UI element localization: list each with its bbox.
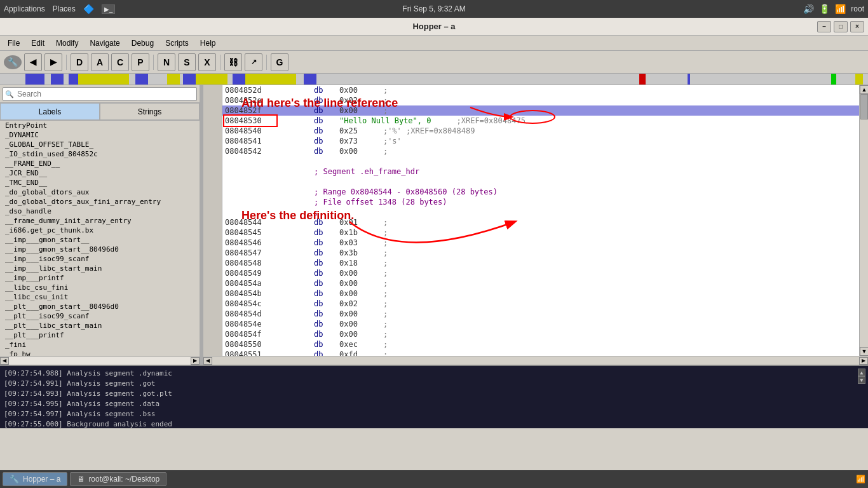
toolbar-a[interactable]: A — [91, 53, 109, 71]
list-item[interactable]: EntryPoint — [0, 121, 200, 130]
search-input[interactable] — [3, 87, 197, 101]
toolbar-icon[interactable]: 🔧 — [4, 55, 22, 69]
list-item[interactable]: __plt___gmon_start__80496d0 — [0, 302, 200, 311]
list-item[interactable]: _fp_hw — [0, 349, 200, 356]
toolbar-forward[interactable]: ▶ — [44, 53, 62, 71]
list-item[interactable]: _TMC_END__ — [0, 178, 200, 187]
toolbar-s[interactable]: S — [178, 53, 196, 71]
table-row[interactable]: 08048540db0x25 ;'%' ;XREF=0x8048489 — [222, 126, 859, 136]
table-row[interactable]: 08048545db0x1b ; — [222, 227, 859, 238]
toolbar-back[interactable]: ◀ — [24, 53, 42, 71]
table-row[interactable]: 08048547db0x3b ; — [222, 248, 859, 258]
table-row[interactable]: 08048551db0xfd ; — [222, 349, 859, 356]
list-item[interactable]: __plt___isoc99_scanf — [0, 311, 200, 321]
table-row[interactable]: 0804854edb0x00 ; — [222, 319, 859, 329]
list-item[interactable]: _IO_stdin_used_804852c — [0, 149, 200, 159]
log-scroll-down[interactable]: ▼ — [858, 376, 865, 384]
volume-icon[interactable]: 🔊 — [803, 4, 814, 14]
maximize-button[interactable]: □ — [834, 21, 848, 32]
apps-icon[interactable]: 🔷 — [83, 4, 94, 14]
table-row[interactable]: ; Segment .eh_frame_hdr — [222, 166, 859, 177]
battery-icon[interactable]: 🔋 — [819, 4, 830, 14]
menu-scripts[interactable]: Scripts — [160, 37, 194, 49]
table-row[interactable]: ; Range 0x8048544 - 0x8048560 (28 bytes) — [222, 187, 859, 197]
list-item[interactable]: _dso_handle — [0, 207, 200, 216]
table-row[interactable]: ; File offset 1348 (28 bytes) — [222, 197, 859, 207]
terminal-icon[interactable]: ▶_ — [102, 4, 116, 14]
table-row[interactable] — [222, 156, 859, 166]
list-item[interactable]: __plt___libc_start_main — [0, 321, 200, 330]
list-item[interactable]: __libc_csu_init — [0, 292, 200, 302]
list-item[interactable]: _fini — [0, 340, 200, 349]
table-row[interactable]: 08048549db0x00 ; — [222, 268, 859, 278]
table-row[interactable]: 08048530db"Hello Null Byte", 0 ;XREF=0x8… — [222, 116, 859, 126]
hscroll-left[interactable]: ◀ — [0, 357, 9, 365]
taskbar-network-icon[interactable]: 📶 — [856, 475, 865, 484]
list-item[interactable]: _do_global_dtors_aux — [0, 187, 200, 197]
close-button[interactable]: × — [850, 21, 864, 32]
list-item[interactable]: __imp___isoc99_scanf — [0, 254, 200, 264]
list-item[interactable]: __frame_dummy_init_array_entry — [0, 216, 200, 226]
hscroll-right[interactable]: ▶ — [191, 357, 200, 365]
code-hscroll[interactable]: ◀ ▶ — [203, 356, 868, 365]
taskbar-terminal[interactable]: 🖥 root@kali: ~/Desktop — [70, 472, 166, 486]
list-item[interactable]: __FRAME_END__ — [0, 159, 200, 168]
list-item[interactable]: _JCR_END__ — [0, 168, 200, 178]
list-item[interactable]: __imp___libc_start_main — [0, 264, 200, 273]
code-address: 08048551 — [225, 350, 276, 356]
table-row[interactable]: 0804852fdb0x00 ; — [222, 105, 859, 116]
table-row[interactable]: ; — [222, 207, 859, 217]
vscroll-down[interactable]: ▼ — [860, 347, 868, 356]
network-icon[interactable]: 📶 — [835, 4, 846, 14]
table-row[interactable]: 08048541db0x73 ;'s' — [222, 136, 859, 146]
toolbar-x[interactable]: X — [198, 53, 216, 71]
table-row[interactable]: 0804854fdb0x00 ; — [222, 329, 859, 339]
vscroll-thumb[interactable] — [860, 94, 868, 119]
list-item[interactable]: _GLOBAL_OFFSET_TABLE_ — [0, 140, 200, 149]
menu-file[interactable]: File — [3, 37, 25, 49]
table-row[interactable]: 0804854bdb0x00 ; — [222, 288, 859, 299]
code-hscroll-left[interactable]: ◀ — [203, 357, 212, 365]
vscroll-up[interactable]: ▲ — [860, 85, 868, 94]
tab-labels[interactable]: Labels — [0, 103, 100, 120]
menu-modify[interactable]: Modify — [51, 37, 83, 49]
table-row[interactable]: 0804852ddb0x00 ; — [222, 85, 859, 95]
menu-help[interactable]: Help — [195, 37, 221, 49]
table-row[interactable]: 08048550db0xec ; — [222, 339, 859, 349]
list-item[interactable]: __imp___gmon_start__80496d0 — [0, 245, 200, 254]
menu-edit[interactable]: Edit — [26, 37, 50, 49]
table-row[interactable]: 08048544db0x01 ; — [222, 217, 859, 227]
toolbar-ref[interactable]: ↗ — [245, 53, 262, 71]
table-row[interactable]: 08048546db0x03 ; — [222, 238, 859, 248]
table-row[interactable] — [222, 177, 859, 187]
left-scrollbar-h[interactable]: ◀ ▶ — [0, 356, 200, 365]
toolbar-g[interactable]: G — [271, 53, 288, 71]
table-row[interactable]: 0804854cdb0x02 ; — [222, 299, 859, 309]
table-row[interactable]: 0804852edb0x02 ; — [222, 95, 859, 105]
toolbar-link[interactable]: ⛓ — [224, 53, 242, 71]
taskbar-hopper[interactable]: 🔧 Hopper – a — [3, 472, 67, 486]
code-hscroll-right[interactable]: ▶ — [859, 357, 868, 365]
applications-menu[interactable]: Applications — [4, 4, 45, 13]
toolbar-p[interactable]: P — [132, 53, 149, 71]
menu-debug[interactable]: Debug — [126, 37, 159, 49]
minimize-button[interactable]: – — [817, 21, 831, 32]
list-item[interactable]: __imp___printf — [0, 273, 200, 283]
table-row[interactable]: 0804854adb0x00 ; — [222, 278, 859, 288]
list-item[interactable]: _DYNAMIC — [0, 130, 200, 140]
list-item[interactable]: __imp___gmon_start__ — [0, 235, 200, 245]
table-row[interactable]: 08048542db0x00 ; — [222, 146, 859, 156]
table-row[interactable]: 0804854ddb0x00 ; — [222, 309, 859, 319]
toolbar-n[interactable]: N — [158, 53, 175, 71]
menu-navigate[interactable]: Navigate — [85, 37, 125, 49]
list-item[interactable]: __libc_csu_fini — [0, 283, 200, 292]
list-item[interactable]: __plt___printf — [0, 330, 200, 340]
table-row[interactable]: 08048548db0x18 ; — [222, 258, 859, 268]
list-item[interactable]: _i686.get_pc_thunk.bx — [0, 226, 200, 235]
tab-strings[interactable]: Strings — [100, 103, 200, 120]
toolbar-c[interactable]: C — [111, 53, 129, 71]
toolbar-d[interactable]: D — [71, 53, 88, 71]
log-scroll-up[interactable]: ▲ — [858, 369, 865, 376]
places-menu[interactable]: Places — [53, 4, 76, 13]
list-item[interactable]: _do_global_dtors_aux_fini_array_entry — [0, 197, 200, 207]
